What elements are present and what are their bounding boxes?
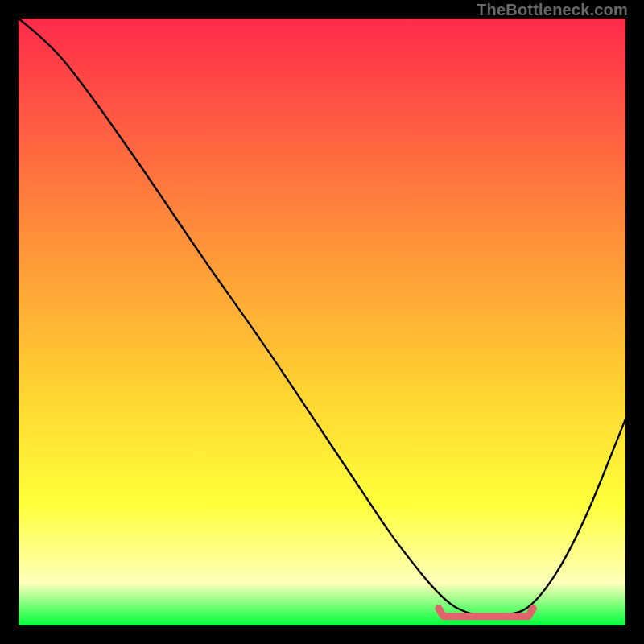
bottleneck-chart [19,19,625,625]
attribution-label: TheBottleneck.com [477,1,628,19]
chart-frame [19,19,625,625]
gradient-background [19,19,625,625]
